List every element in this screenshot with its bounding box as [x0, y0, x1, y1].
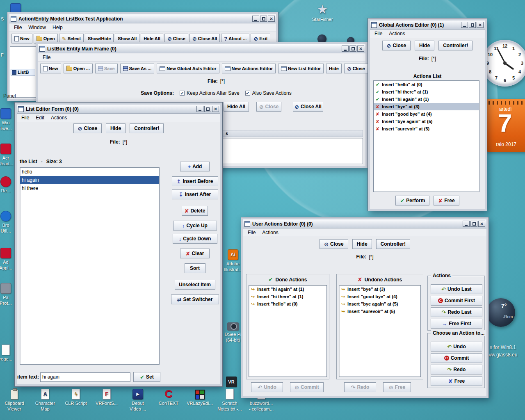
controller-button[interactable]: Controller! — [438, 41, 472, 50]
action-item-done[interactable]: ✔Insert "hi there" at (1) — [374, 88, 479, 96]
done-action-item[interactable]: ↪Insert "hello" at (0) — [249, 300, 326, 308]
close-button[interactable]: ⊘Close — [344, 64, 368, 73]
hide-button[interactable]: Hide — [352, 239, 372, 249]
menu-file[interactable]: File — [11, 24, 25, 31]
undone-action-item[interactable]: ↪Insert "good bye" at (4) — [339, 293, 420, 300]
desktop-icon-vrlazyedit[interactable]: VRLazyEdi... — [185, 386, 215, 406]
desktop-icon-starfisher[interactable]: ★ StarFisher — [308, 2, 337, 22]
new-global-acts-editor-button[interactable]: New Global Acts Editor — [157, 64, 219, 73]
done-action-item[interactable]: ↪Insert "hi again" at (1) — [249, 285, 326, 293]
new-button[interactable]: New — [40, 64, 61, 73]
desktop-icon-vr[interactable]: VR — [220, 374, 243, 388]
redo-last-button[interactable]: ↷Redo Last — [431, 307, 482, 317]
free-button[interactable]: ✘Free — [434, 196, 459, 205]
clear-button[interactable]: ✘Clear — [180, 249, 210, 258]
save-as-button[interactable]: Save As ... — [120, 64, 155, 73]
perform-button[interactable]: ✔Perform — [395, 196, 429, 205]
undone-actions-list[interactable]: ↪Insert "bye" at (3) ↪Insert "good bye" … — [339, 285, 421, 377]
cycle-up-button[interactable]: ↑Cycle Up — [173, 221, 217, 231]
set-switcher-button[interactable]: ⇄Set Switcher — [171, 294, 219, 304]
close-button[interactable]: × — [477, 22, 484, 28]
action-item-done[interactable]: ✔Insert "hi again" at (1) — [374, 96, 479, 103]
action-item-undone[interactable]: ✘Insert "good bye" at (4) — [374, 110, 479, 118]
close-button[interactable]: × — [357, 46, 364, 52]
desktop-icon-clipboard-viewer[interactable]: Clipboard Viewer — [0, 386, 29, 412]
minimize-button[interactable] — [252, 16, 259, 22]
minimize-button[interactable] — [463, 221, 470, 227]
close-button[interactable]: × — [478, 221, 485, 227]
maximize-button[interactable] — [349, 46, 356, 52]
list-item[interactable]: hello — [20, 168, 159, 176]
set-button[interactable]: ✔Set — [133, 372, 160, 382]
choose-undo-button[interactable]: ↶Undo — [431, 342, 482, 352]
minimize-button[interactable] — [342, 46, 349, 52]
also-save-actions-checkbox[interactable]: ✔ Also Save Actions — [245, 90, 292, 96]
open-button[interactable]: Open ... — [64, 64, 93, 73]
maximize-button[interactable] — [470, 221, 477, 227]
close-button[interactable]: × — [212, 106, 219, 112]
action-item-undone[interactable]: ✘Insert "aurevoir" at (5) — [374, 125, 479, 132]
controller-button[interactable]: Controller! — [376, 239, 410, 249]
keep-actions-checkbox[interactable]: ✔ Keep Actions After Save — [180, 90, 240, 96]
title-bar[interactable]: List Editor Form (0) (0) × — [17, 105, 220, 114]
new-button[interactable]: New — [11, 34, 32, 43]
actions-list[interactable]: ✔Insert "hello" at (0) ✔Insert "hi there… — [373, 80, 479, 192]
choose-redo-button[interactable]: ↷Redo — [431, 365, 482, 374]
undone-action-item[interactable]: ↪Insert "aurevoir" at (5) — [339, 308, 420, 315]
desktop-icon-character-map[interactable]: A Character Map — [30, 386, 60, 412]
list-item[interactable]: hi there — [20, 184, 159, 192]
menu-file[interactable]: File — [371, 30, 386, 37]
list-item-selected[interactable]: hi again — [20, 176, 159, 184]
hide-button[interactable]: Hide — [415, 41, 434, 50]
close-all-button[interactable]: ⊘Close All — [293, 102, 323, 112]
desktop-icon-clr-script[interactable]: ϟ CLR Script — [61, 386, 91, 406]
action-item-undone-selected[interactable]: ✘Insert "bye" at (3) — [374, 103, 479, 110]
menu-window[interactable]: Window — [25, 24, 49, 31]
done-actions-list[interactable]: ↪Insert "hi again" at (1) ↪Insert "hi th… — [249, 285, 327, 377]
menu-file[interactable]: File — [18, 114, 32, 121]
choose-free-button[interactable]: ✘Free — [431, 376, 482, 386]
maximize-button[interactable] — [260, 16, 267, 22]
cycle-down-button[interactable]: ↓Cycle Down — [173, 234, 217, 244]
menu-actions[interactable]: Actions — [48, 114, 70, 121]
hide-button[interactable]: Hide — [106, 123, 126, 133]
controller-button[interactable]: Controller! — [130, 123, 164, 133]
desktop-icon-vrfonts[interactable]: F VRFontS... — [92, 386, 121, 406]
unselect-item-button[interactable]: Unselect Item — [175, 280, 215, 290]
choose-commit-button[interactable]: CCommit — [431, 353, 482, 363]
tree-item-listbox[interactable]: ListB — [11, 69, 35, 75]
menu-actions[interactable]: Actions — [259, 229, 281, 236]
minimize-button[interactable] — [461, 22, 468, 28]
title-bar[interactable]: ListBox Entity Main Frame (0) × — [38, 44, 365, 53]
hide-all-button[interactable]: Hide All — [224, 102, 249, 112]
title-bar[interactable]: Action/Entity Model ListBox Test Applica… — [9, 14, 276, 23]
minimize-button[interactable] — [196, 106, 203, 112]
add-button[interactable]: +Add — [180, 162, 210, 171]
hide-button[interactable]: Hide — [326, 64, 342, 73]
action-item-done[interactable]: ✔Insert "hello" at (0) — [374, 81, 479, 88]
new-actions-editor-button[interactable]: New Actions Editor — [222, 64, 276, 73]
close-button[interactable]: ⊘Close — [320, 239, 348, 249]
undone-action-item[interactable]: ↪Insert "bye again" at (5) — [339, 300, 420, 308]
menu-help[interactable]: Help — [49, 24, 66, 31]
list-box[interactable]: hello hi again hi there — [20, 167, 160, 365]
undone-action-item[interactable]: ↪Insert "bye" at (3) — [339, 285, 420, 293]
item-text-input[interactable] — [40, 372, 130, 382]
title-bar[interactable]: User Actions Editor (0) (0) × — [243, 219, 486, 228]
maximize-button[interactable] — [469, 22, 476, 28]
insert-before-button[interactable]: ↥Insert Before — [172, 176, 218, 186]
menu-edit[interactable]: Edit — [32, 114, 48, 121]
desktop-icon-debut-video[interactable]: ▶ Debut Video ... — [123, 386, 153, 412]
menu-file[interactable]: File — [244, 229, 259, 236]
title-bar[interactable]: Global Actions Editor (0) (1) × — [370, 21, 485, 30]
free-first-button[interactable]: →Free First — [431, 319, 482, 329]
sort-button[interactable]: Sort — [185, 263, 205, 273]
new-list-editor-button[interactable]: New List Editor — [278, 64, 324, 73]
desktop-icon-scratch-notes[interactable]: Scratch Notes.txt -... — [215, 386, 244, 412]
commit-first-button[interactable]: CCommit First — [431, 296, 482, 306]
insert-after-button[interactable]: ↧Insert After — [172, 189, 218, 199]
close-button[interactable]: ⊘Close — [73, 123, 102, 133]
desktop-icon-context[interactable]: C ConTEXT — [154, 386, 183, 406]
maximize-button[interactable] — [204, 106, 211, 112]
delete-button[interactable]: ✘Delete — [182, 206, 208, 216]
